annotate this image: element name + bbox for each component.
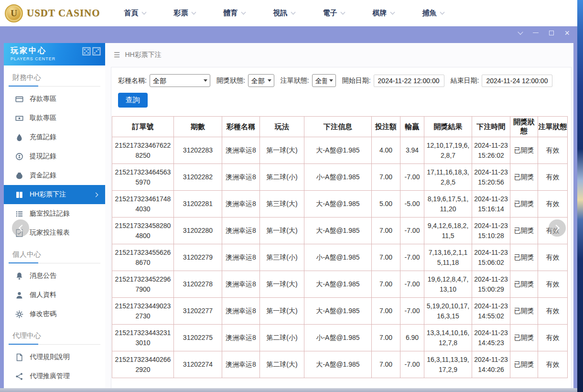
sidebar-item-deposit[interactable]: 存款專區 [4, 89, 105, 109]
sidebar-item-label: HH彩票下注 [30, 190, 66, 199]
table-cell: 大-A盤@1.985 [304, 271, 372, 298]
table-cell: 2024-11-23 14:45:23 [472, 325, 510, 351]
sidebar-item-funds-record[interactable]: 資金記錄 [4, 166, 105, 185]
table-cell: 小-A盤@1.985 [304, 244, 372, 271]
minimize-icon[interactable] [533, 33, 539, 33]
chevron-down-icon [141, 10, 146, 15]
table-cell: 有效 [538, 164, 568, 191]
logo[interactable]: U USDT CASINO [5, 4, 100, 22]
table-cell: 31202279 [174, 244, 222, 271]
lottery-select[interactable]: 全部 [150, 74, 210, 87]
window-chevron-down-icon[interactable] [518, 29, 523, 34]
table-cell: -5.00 [400, 191, 424, 218]
sidebar-item-label: 消息公告 [30, 272, 56, 280]
column-header: 訂單號 [112, 117, 174, 137]
sidebar-item-label: 代理推廣管理 [30, 372, 70, 381]
table-cell: 7.00 [372, 218, 400, 244]
window-controls: × [518, 30, 570, 36]
players-center-banner: 玩家中心 PLAYERS CENTER ⚄⚂ [4, 43, 105, 65]
table-cell: 4.00 [372, 137, 400, 164]
table-cell: 31202278 [174, 271, 222, 298]
top-header: U USDT CASINO 首頁彩票體育視訊電子棋牌捕魚 [0, 0, 577, 26]
background-image-strip [577, 0, 583, 392]
table-cell: 2152173234582804800 [112, 218, 174, 244]
table-cell: 大-A盤@1.985 [304, 137, 372, 164]
nav-item-label: 彩票 [174, 9, 188, 18]
table-cell: 澳洲幸运8 [222, 164, 260, 191]
close-icon[interactable]: × [564, 30, 570, 36]
sidebar-item-announcements[interactable]: 消息公告 [4, 266, 105, 285]
column-header: 注單狀態 [538, 117, 568, 137]
table-cell: 有效 [538, 191, 568, 218]
sidebar-item-recharge-record[interactable]: 充值記錄 [4, 128, 105, 147]
table-cell: 澳洲幸运8 [222, 244, 260, 271]
top-nav: 首頁彩票體育視訊電子棋牌捕魚 [124, 9, 444, 18]
table-cell: 2152173234617484030 [112, 191, 174, 218]
filter-bar: 彩種名稱: 全部 開獎狀態: 全部 注單狀態: 全部 開始日期: 結束日期: [111, 74, 571, 87]
chevron-right-icon [94, 192, 98, 197]
chevron-down-icon [390, 10, 395, 15]
table-cell: 31202277 [174, 298, 222, 325]
table-cell: 澳洲幸运8 [222, 298, 260, 325]
cash-icon [15, 114, 23, 122]
nav-item-6[interactable]: 捕魚 [422, 9, 444, 18]
sidebar-item-label: 個人資料 [30, 291, 56, 299]
carousel-right-arrow[interactable] [549, 219, 566, 237]
end-date-input[interactable] [482, 75, 552, 87]
table-cell: 2024-11-23 15:20:56 [472, 164, 510, 191]
sidebar-item-label: 存款專區 [30, 95, 56, 103]
person-icon [15, 291, 23, 299]
drop-icon [15, 133, 23, 142]
nav-item-5[interactable]: 棋牌 [373, 9, 394, 18]
nav-item-1[interactable]: 彩票 [174, 9, 195, 18]
table-cell: 7.00 [372, 271, 400, 298]
table-cell: 澳洲幸运8 [222, 325, 260, 351]
chevron-down-icon [291, 10, 295, 15]
lottery-name-label: 彩種名稱: [118, 76, 147, 85]
list-icon [15, 210, 23, 218]
chevron-down-icon [340, 10, 345, 15]
carousel-left-arrow[interactable] [12, 219, 29, 237]
table-cell: 大-A盤@1.985 [304, 218, 372, 244]
dice-icon: ⚄⚂ [81, 45, 101, 58]
table-cell: 第一球(大) [260, 298, 304, 325]
table-cell: 第二球(小) [260, 164, 304, 191]
table-cell: 已開獎 [510, 325, 538, 351]
sidebar-item-agent-rules[interactable]: 代理規則說明 [4, 348, 105, 367]
nav-item-2[interactable]: 體育 [224, 9, 245, 18]
sidebar-item-label: 取款專區 [30, 114, 56, 122]
table-cell: 有效 [538, 137, 568, 164]
sidebar-item-label: 資金記錄 [30, 171, 56, 180]
sidebar-item-label: 廳室投註記錄 [30, 209, 70, 218]
column-header: 開獎狀態 [510, 117, 538, 137]
sidebar-item-withdraw[interactable]: 取款專區 [4, 109, 105, 128]
table-cell: 5.00 [372, 191, 400, 218]
table-cell: 17,11,16,18,3,2,8,5 [424, 164, 472, 191]
sidebar-item-hh-lottery-bets[interactable]: HH彩票下注 [4, 185, 105, 204]
draw-status-select[interactable]: 全部 [248, 74, 274, 87]
logo-text: USDT CASINO [27, 7, 100, 19]
card-icon [15, 95, 23, 103]
sidebar-item-agent-promotion[interactable]: 代理推廣管理 [4, 367, 105, 386]
nav-item-3[interactable]: 視訊 [273, 9, 295, 18]
chevron-down-icon [440, 10, 444, 15]
table-cell: 大-A盤@1.985 [304, 298, 372, 325]
table-cell: 澳洲幸运8 [222, 351, 260, 378]
table-cell: 澳洲幸运8 [222, 271, 260, 298]
sidebar-item-cashout-record[interactable]: 提現記錄 [4, 147, 105, 166]
sidebar-item-profile[interactable]: 個人資料 [4, 285, 105, 305]
sidebar-item-change-password[interactable]: 修改密碼 [4, 305, 105, 324]
start-date-input[interactable] [374, 75, 444, 87]
order-status-select[interactable]: 全部 [312, 74, 336, 87]
coin-icon [15, 152, 23, 161]
query-button[interactable]: 查詢 [118, 93, 148, 108]
column-header: 期數 [174, 117, 222, 137]
table-cell: 31202280 [174, 218, 222, 244]
table-cell: 16,3,11,13,19,17,2,9 [424, 351, 472, 378]
menu-icon[interactable] [114, 51, 120, 59]
table-cell: 有效 [538, 244, 568, 271]
table-cell: 2024-11-23 15:10:28 [472, 218, 510, 244]
nav-item-4[interactable]: 電子 [323, 9, 345, 18]
nav-item-0[interactable]: 首頁 [124, 9, 146, 18]
maximize-icon[interactable] [549, 31, 554, 35]
